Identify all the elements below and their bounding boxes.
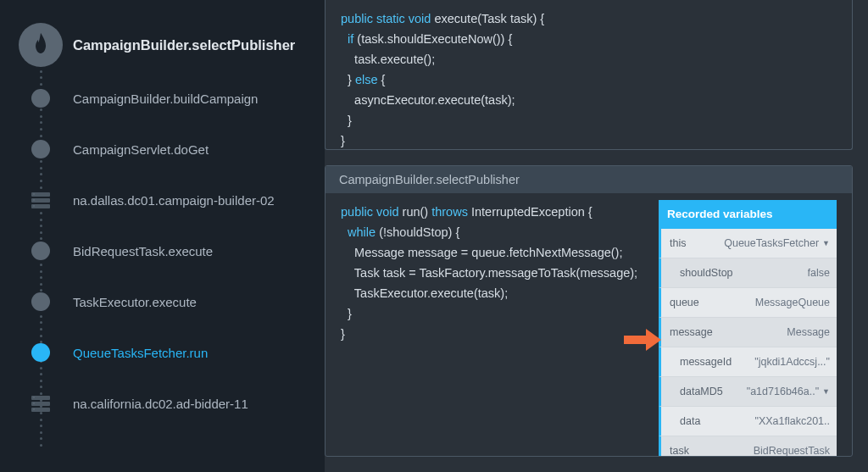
var-name: messageId bbox=[670, 352, 754, 372]
server-icon bbox=[31, 394, 50, 413]
variable-row[interactable]: this QueueTasksFetcher ▼ bbox=[659, 229, 837, 258]
stack-item-label: CampaignBuilder.buildCampaign bbox=[63, 92, 258, 106]
dot-icon bbox=[31, 343, 50, 362]
chevron-down-icon[interactable]: ▼ bbox=[822, 381, 830, 402]
code-body: public void run() throws InterruptedExce… bbox=[326, 193, 852, 457]
bottom-code-panel: CampaignBuilder.selectPublisher public v… bbox=[325, 165, 853, 457]
call-stack-sidebar: CampaignBuilder.selectPublisher Campaign… bbox=[0, 0, 325, 472]
var-value: "a1d716b46a.." bbox=[747, 381, 819, 402]
var-name: queue bbox=[670, 292, 755, 313]
variable-row[interactable]: messageId "jqkdi1Adccsj..." bbox=[659, 347, 837, 377]
dot-icon bbox=[31, 89, 50, 108]
code-text: public void run() throws InterruptedExce… bbox=[341, 202, 654, 457]
code-text: public static void execute(Task task) { … bbox=[341, 8, 837, 150]
stack-item-label: BidRequestTask.execute bbox=[63, 244, 213, 258]
variable-row[interactable]: queue MessageQueue bbox=[659, 288, 837, 318]
var-value: false bbox=[808, 263, 830, 283]
variables-panel: Recorded variables this QueueTasksFetche… bbox=[659, 200, 837, 457]
stack-item-label: TaskExecutor.execute bbox=[63, 295, 197, 309]
flame-icon bbox=[19, 23, 63, 67]
stack-item-label: QueueTasksFetcher.run bbox=[63, 346, 208, 360]
var-name: task bbox=[670, 441, 754, 457]
var-value: Message bbox=[787, 322, 830, 342]
dot-icon bbox=[31, 140, 50, 158]
stack-item-bidrequest-execute[interactable]: BidRequestTask.execute bbox=[19, 225, 313, 276]
dot-icon bbox=[31, 292, 50, 311]
server-icon bbox=[31, 191, 50, 209]
dot-icon bbox=[31, 242, 50, 260]
var-value: BidRequestTask bbox=[754, 441, 830, 457]
stack-item-label: CampaignServlet.doGet bbox=[63, 142, 209, 157]
variable-row[interactable]: dataMD5 "a1d716b46a.." ▼ bbox=[659, 377, 837, 407]
stack-item-taskexecutor-execute[interactable]: TaskExecutor.execute bbox=[19, 276, 313, 327]
var-name: shouldStop bbox=[670, 263, 808, 283]
top-code-panel: public static void execute(Task task) { … bbox=[325, 0, 853, 150]
pointer-arrow bbox=[624, 329, 661, 351]
variable-row[interactable]: message Message bbox=[659, 318, 837, 347]
stack-item-build-campaign[interactable]: CampaignBuilder.buildCampaign bbox=[19, 73, 313, 124]
variable-row[interactable]: shouldStop false bbox=[659, 258, 837, 288]
var-value: MessageQueue bbox=[755, 292, 830, 313]
stack-item-doget[interactable]: CampaignServlet.doGet bbox=[19, 124, 313, 175]
stack-item-queuetasksfetcher-run[interactable]: QueueTasksFetcher.run bbox=[19, 327, 313, 378]
stack-item-server-dallas[interactable]: na.dallas.dc01.campaign-builder-02 bbox=[19, 175, 313, 225]
var-name: dataMD5 bbox=[670, 381, 747, 402]
var-name: this bbox=[670, 233, 724, 253]
var-name: data bbox=[670, 411, 754, 431]
stack-item-server-california[interactable]: na.california.dc02.ad-bidder-11 bbox=[19, 378, 313, 429]
variable-row[interactable]: task BidRequestTask bbox=[659, 436, 837, 457]
stack-title-label: CampaignBuilder.selectPublisher bbox=[63, 37, 295, 53]
stack-title-item[interactable]: CampaignBuilder.selectPublisher bbox=[19, 17, 313, 73]
stack-item-label: na.dallas.dc01.campaign-builder-02 bbox=[63, 193, 275, 208]
var-value: QueueTasksFetcher bbox=[724, 233, 819, 253]
var-value: "XXa1flakc201.. bbox=[754, 411, 830, 431]
main-content: public static void execute(Task task) { … bbox=[325, 0, 868, 472]
panel-title: CampaignBuilder.selectPublisher bbox=[339, 173, 520, 186]
stack-item-label: na.california.dc02.ad-bidder-11 bbox=[63, 397, 248, 411]
code-body: public static void execute(Task task) { … bbox=[326, 0, 852, 150]
var-name: message bbox=[670, 322, 787, 342]
var-value: "jqkdi1Adccsj..." bbox=[754, 352, 830, 372]
variable-row[interactable]: data "XXa1flakc201.. bbox=[659, 407, 837, 436]
variables-header: Recorded variables bbox=[659, 200, 837, 229]
chevron-down-icon[interactable]: ▼ bbox=[822, 233, 830, 253]
panel-header: CampaignBuilder.selectPublisher bbox=[326, 166, 852, 193]
